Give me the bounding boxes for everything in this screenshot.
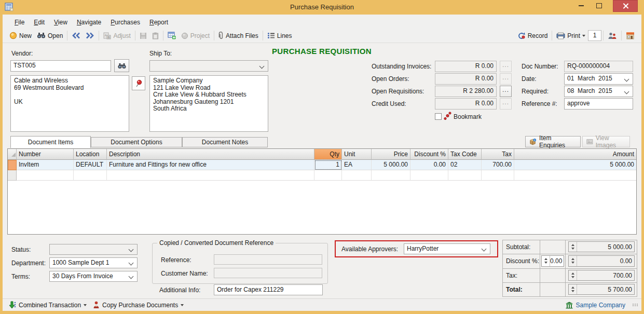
open-orders-more-button[interactable]: ... [500, 73, 512, 85]
col-header-taxcode[interactable]: Tax Code [448, 149, 482, 160]
cell-location[interactable]: DEFAULT [74, 160, 107, 170]
col-header-price[interactable]: Price [372, 149, 410, 160]
print-copies-input[interactable]: 1 [588, 30, 601, 41]
grid-corner-cell [8, 149, 17, 160]
copy-purchase-documents-button[interactable]: Copy Purchase Documents [90, 301, 187, 309]
col-header-location[interactable]: Location [74, 149, 107, 160]
cell-taxcode[interactable]: 02 [448, 160, 482, 170]
spinner-icon[interactable] [569, 256, 577, 266]
terms-select[interactable]: 30 Days From Invoice [49, 271, 138, 282]
attach-files-button[interactable]: Attach Files [216, 30, 261, 42]
status-select[interactable] [49, 244, 138, 255]
table-row-empty[interactable] [8, 170, 636, 181]
cell-discount[interactable]: 0.00 [410, 160, 448, 170]
tab-document-notes[interactable]: Document Notes [182, 137, 268, 147]
new-button[interactable]: New [7, 30, 34, 42]
view-images-icon [586, 139, 593, 145]
tax-value: 700.00 [577, 270, 634, 280]
col-header-tax[interactable]: Tax [482, 149, 514, 160]
menu-view[interactable]: View [49, 16, 72, 29]
open-button[interactable]: Open [34, 30, 65, 42]
vendor-code-input[interactable]: TST005 [10, 60, 111, 72]
record-button[interactable]: Record [515, 30, 551, 42]
spinner-icon[interactable] [569, 270, 577, 280]
purchase-requisition-window: Purchase Requisition File Edit View Navi… [0, 0, 644, 314]
close-icon [623, 3, 628, 9]
store-button[interactable] [623, 30, 637, 42]
resize-grip[interactable] [633, 304, 638, 306]
available-approvers-label: Available Approvers: [341, 245, 398, 253]
tab-document-items[interactable]: Document Items [10, 136, 91, 148]
toolbar-separator [603, 31, 604, 40]
pushpin-icon [135, 79, 142, 88]
bookmark-checkbox[interactable] [435, 113, 442, 120]
subtotal-value: 5 000.00 [577, 242, 634, 252]
spinner-icon[interactable] [569, 242, 577, 252]
open-requisitions-label: Open Requisitions: [372, 88, 424, 95]
available-approvers-select[interactable]: HarryPotter [404, 243, 490, 254]
subtotal-label: Subtotal: [503, 240, 540, 254]
map-pin-button[interactable] [132, 76, 145, 90]
combined-transaction-button[interactable]: Combined Transaction [6, 301, 90, 309]
copied-reference-label: Reference: [161, 256, 191, 264]
cell-number[interactable]: InvItem [17, 160, 74, 170]
company-name: Sample Company [576, 302, 625, 309]
date-picker[interactable]: 01 March 2015 [564, 73, 633, 85]
col-header-amount[interactable]: Amount [514, 149, 636, 160]
discount-input-box[interactable]: 0.00 [541, 255, 564, 266]
outstanding-invoices-more-button[interactable]: ... [500, 61, 512, 72]
col-header-discount[interactable]: Discount % [410, 149, 448, 160]
menu-purchases[interactable]: Purchases [106, 16, 145, 29]
vendor-label: Vendor: [11, 50, 33, 57]
item-enquiries-button[interactable]: i Item Enquiries [525, 136, 581, 147]
row-selector[interactable] [8, 170, 17, 181]
cell-amount[interactable]: 5 000.00 [514, 160, 636, 170]
lines-button[interactable]: Lines [265, 30, 295, 42]
minimize-button[interactable] [573, 0, 589, 11]
cell-price[interactable]: 5 000.00 [372, 160, 410, 170]
menu-report[interactable]: Report [145, 16, 173, 29]
col-header-number[interactable]: Number [17, 149, 74, 160]
row-selector[interactable] [8, 160, 17, 170]
spinner-icon[interactable] [542, 256, 550, 266]
col-header-unit[interactable]: Unit [342, 149, 372, 160]
close-button[interactable] [613, 0, 638, 12]
company-building-icon [565, 302, 573, 309]
ship-to-select[interactable] [149, 60, 268, 72]
toolbar-separator [214, 31, 214, 40]
clipboard-icon [152, 32, 159, 39]
additional-info-input[interactable]: Order for Capex 211229 [214, 284, 323, 295]
menu-file[interactable]: File [10, 16, 29, 29]
vendor-search-button[interactable] [114, 59, 129, 72]
cell-description[interactable]: Furniture and Fittings for new office [107, 160, 314, 170]
credit-used-more-button[interactable]: ... [500, 98, 512, 110]
cell-qty[interactable]: 1 [314, 160, 342, 170]
discount-percent-value[interactable]: 0.00 [550, 256, 564, 266]
spinner-icon[interactable] [569, 284, 577, 294]
department-select[interactable]: 1000 Sample Dept 1 [49, 257, 138, 268]
col-header-description[interactable]: Description [107, 149, 314, 160]
maximize-button[interactable] [591, 0, 607, 11]
new-icon [9, 32, 17, 39]
table-row[interactable]: InvItem DEFAULT Furniture and Fittings f… [8, 160, 636, 170]
reference-input[interactable]: approve [564, 98, 633, 110]
open-requisitions-value: R 2 280.00 [435, 86, 497, 97]
cell-tax[interactable]: 700.00 [482, 160, 514, 170]
doc-number-label: Doc Number: [522, 63, 558, 70]
col-header-qty[interactable]: Qty [314, 149, 342, 160]
tab-document-options[interactable]: Document Options [91, 137, 182, 147]
company-indicator[interactable]: Sample Company [562, 302, 628, 309]
navigate-forward-button[interactable] [83, 30, 97, 42]
open-requisitions-more-button[interactable]: ... [500, 86, 512, 97]
required-date-picker[interactable]: 08 March 2015 [564, 86, 633, 97]
users-button[interactable] [605, 30, 620, 42]
navigate-back-button[interactable] [69, 30, 83, 42]
menu-edit[interactable]: Edit [29, 16, 49, 29]
print-button[interactable]: Print [554, 30, 588, 42]
toolbar-separator [621, 31, 622, 40]
menu-navigate[interactable]: Navigate [72, 16, 106, 29]
totals-panel: Subtotal: 5 000.00 Discount %: 0.00 0.00… [502, 240, 637, 297]
cell-unit[interactable]: EA [342, 160, 372, 170]
grn-grid-button[interactable] [165, 30, 179, 42]
table-add-icon [168, 32, 176, 39]
